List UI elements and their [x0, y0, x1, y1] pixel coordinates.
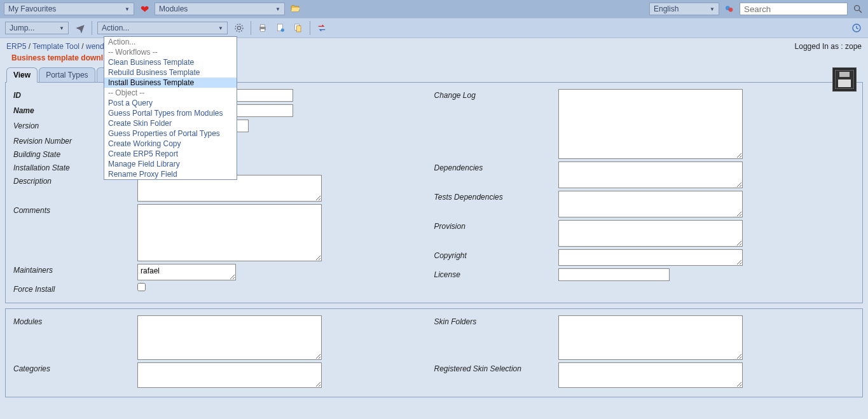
svg-point-5 — [235, 24, 243, 32]
force-install-checkbox[interactable] — [137, 283, 146, 291]
svg-point-4 — [237, 26, 240, 29]
bc-erp5[interactable]: ERP5 — [6, 42, 26, 51]
label-reg-skin-sel: Registered Skin Selection — [434, 362, 558, 373]
label-change-log: Change Log — [434, 89, 558, 100]
tests-deps-field[interactable] — [558, 191, 743, 217]
action-option[interactable]: Create Skin Folder — [104, 118, 237, 128]
bc-template-tool[interactable]: Template Tool — [32, 42, 79, 51]
svg-rect-12 — [296, 26, 301, 32]
provision-field[interactable] — [558, 220, 743, 247]
airplane-icon[interactable] — [74, 22, 86, 34]
label-skin-folders: Skin Folders — [434, 315, 558, 326]
action-option[interactable]: Guess Properties of Portal Types — [104, 128, 237, 139]
divider — [251, 21, 251, 35]
divider — [92, 21, 92, 35]
action-option[interactable]: Rebuild Business Template — [104, 67, 237, 78]
tab-view[interactable]: View — [6, 67, 38, 83]
dependencies-field[interactable] — [558, 161, 743, 188]
action-dropdown: Action...-- Workflows --Clean Business T… — [104, 36, 237, 180]
reg-skin-sel-field[interactable] — [558, 362, 743, 388]
favourites-label: My Favourites — [8, 4, 56, 13]
print-icon[interactable] — [256, 22, 269, 34]
label-categories: Categories — [13, 362, 137, 373]
svg-rect-7 — [261, 25, 265, 27]
change-log-field[interactable] — [558, 89, 743, 159]
svg-line-3 — [859, 10, 862, 13]
action-option[interactable]: Post a Query — [104, 98, 237, 108]
comments-field[interactable] — [137, 204, 322, 261]
translate-icon[interactable] — [723, 3, 736, 15]
action-select[interactable]: Action... — [97, 22, 228, 34]
svg-point-1 — [729, 8, 733, 12]
license-field[interactable] — [558, 268, 670, 281]
logged-in-text: Logged In as : zope — [795, 42, 862, 51]
action-label: Action... — [102, 24, 129, 32]
modules-label: Modules — [159, 4, 188, 13]
copy-doc-icon[interactable] — [292, 22, 305, 34]
divider — [310, 21, 310, 35]
tab-portal-types[interactable]: Portal Types — [39, 67, 95, 82]
action-option[interactable]: Install Business Template — [104, 78, 237, 88]
label-tests-deps: Tests Dependencies — [434, 191, 558, 202]
action-option[interactable]: Create Working Copy — [104, 139, 237, 149]
jump-select[interactable]: Jump... — [5, 22, 69, 34]
heart-icon[interactable]: ❤ — [138, 3, 151, 15]
open-folder-icon[interactable] — [289, 3, 301, 15]
action-option: -- Workflows -- — [104, 47, 237, 57]
action-option[interactable]: Guess Portal Types from Modules — [104, 108, 237, 118]
favourites-select[interactable]: My Favourites — [4, 3, 134, 15]
svg-rect-8 — [261, 29, 265, 31]
action-option: Action... — [104, 37, 237, 47]
search-icon[interactable] — [851, 3, 864, 15]
action-option[interactable]: Clean Business Template — [104, 57, 237, 67]
maintainers-field[interactable]: rafael — [137, 264, 236, 280]
svg-point-10 — [281, 29, 284, 32]
jump-label: Jump... — [10, 24, 34, 32]
bc-wend[interactable]: wend — [86, 42, 104, 51]
svg-point-2 — [855, 6, 860, 11]
copyright-field[interactable] — [558, 249, 743, 266]
action-option[interactable]: Create ERP5 Report — [104, 149, 237, 159]
action-option: -- Object -- — [104, 88, 237, 98]
skin-folders-field[interactable] — [558, 315, 743, 360]
exchange-icon[interactable] — [315, 22, 328, 34]
label-comments: Comments — [13, 204, 137, 215]
label-copyright: Copyright — [434, 249, 558, 260]
label-dependencies: Dependencies — [434, 161, 558, 172]
language-label: English — [654, 4, 679, 13]
label-modules: Modules — [13, 315, 137, 326]
modules-select[interactable]: Modules — [155, 3, 285, 15]
categories-field[interactable] — [137, 362, 322, 388]
action-option[interactable]: Rename Proxy Field — [104, 169, 237, 179]
label-force-install: Force Install — [13, 283, 137, 294]
save-button[interactable] — [832, 67, 857, 92]
new-doc-icon[interactable] — [274, 22, 287, 34]
search-input[interactable] — [740, 3, 848, 15]
label-provision: Provision — [434, 220, 558, 231]
action-option[interactable]: Manage Field Library — [104, 159, 237, 169]
language-select[interactable]: English — [649, 3, 719, 15]
clock-icon[interactable] — [850, 22, 863, 34]
gear-icon[interactable] — [233, 22, 245, 34]
label-maintainers: Maintainers — [13, 264, 137, 275]
label-license: License — [434, 268, 558, 279]
modules-field[interactable] — [137, 315, 322, 360]
breadcrumb: ERP5 / Template Tool / wend — [6, 42, 104, 51]
